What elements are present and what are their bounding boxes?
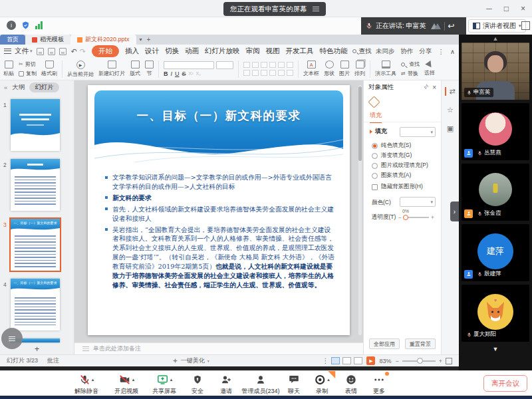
print-icon[interactable] <box>48 48 55 55</box>
leave-meeting-button[interactable]: 离开会议 <box>483 375 527 392</box>
share-screen-button[interactable]: ▴ 共享屏幕 <box>152 373 176 396</box>
watching-banner[interactable]: 您正在观看申富英的屏幕 <box>223 2 326 16</box>
participant-tile[interactable]: 丛慧燕 <box>462 103 529 160</box>
unmute-button[interactable]: ▴ 解除静音 <box>74 373 98 396</box>
meeting-info-icon[interactable]: i <box>7 21 16 30</box>
share-button[interactable]: 分享 <box>420 47 432 56</box>
slide-sorter-view-button[interactable] <box>342 357 351 364</box>
banner-menu-icon[interactable] <box>313 7 319 11</box>
superscript-button[interactable]: X² <box>189 71 194 76</box>
reading-view-button[interactable] <box>354 357 362 364</box>
resources-strip-icon[interactable]: ▣ <box>447 124 454 133</box>
participant-tile[interactable]: 申富英 <box>462 43 529 100</box>
slide-thumbnail-2[interactable] <box>11 159 60 211</box>
slides-tab[interactable]: 幻灯片 <box>29 82 59 92</box>
slide-thumbnail-1[interactable] <box>11 99 60 151</box>
reply-arrow-icon[interactable]: ↩ <box>448 21 455 31</box>
slide-thumbnail-3-selected[interactable]: 一、目标（一）新文科的要求 <box>11 219 60 271</box>
bold-button[interactable]: B <box>164 70 168 77</box>
ribbon-tab-insert[interactable]: 插入 <box>125 47 139 56</box>
fit-slide-button[interactable] <box>446 358 452 364</box>
tab-list-caret-icon[interactable]: ▾ <box>140 37 142 43</box>
format-painter-button[interactable]: 格式刷 <box>41 61 57 77</box>
scroll-down-icon[interactable]: ▼ <box>459 345 532 353</box>
ribbon-tab-developer[interactable]: 开发工具 <box>285 47 313 56</box>
new-tab-button[interactable]: + <box>147 36 151 43</box>
fill-option-picture[interactable]: 图片或纹理填充(P) <box>372 162 428 170</box>
cloud-sync-status[interactable]: 未同步 <box>376 47 395 56</box>
outline-tab[interactable]: 大纲 <box>12 83 25 92</box>
ribbon-tab-view[interactable]: 视图 <box>265 47 279 56</box>
ribbon-find[interactable]: 查找 <box>352 47 371 56</box>
chat-button[interactable]: 聊天 <box>288 373 300 396</box>
preview-icon[interactable] <box>59 48 66 55</box>
slide-thumbnail-4[interactable]: 一、目标（一）新文科的要求 <box>11 279 60 331</box>
more-menu-icon[interactable]: ⋮ <box>438 48 445 55</box>
slideshow-play-button[interactable]: ▶ <box>366 356 375 365</box>
underline-button[interactable]: U <box>175 70 180 77</box>
color-dropdown[interactable]: ▾ <box>400 197 436 207</box>
mic-options-caret[interactable]: ▴ <box>92 377 94 382</box>
current-slide[interactable]: 一、目标（一）新文科的要求 文学教学知识谱系的问题—>文学教学的目的或作用—>外… <box>88 85 350 335</box>
present-tools-button[interactable]: 演示工具 <box>375 61 396 77</box>
opacity-knob[interactable] <box>403 215 408 220</box>
reactions-button[interactable]: 表情 <box>345 373 357 396</box>
reset-background-button[interactable]: 重置背景 <box>405 338 436 349</box>
hide-background-checkbox[interactable]: 隐藏背景图形(H) <box>372 183 423 191</box>
maximize-button[interactable]: □ <box>504 4 509 13</box>
copy-button[interactable]: 复制 <box>19 70 37 77</box>
font-name-input[interactable] <box>164 61 214 69</box>
collab-button[interactable]: 协作 <box>401 47 414 56</box>
arrange-button[interactable]: 排列 <box>354 61 365 77</box>
participant-tile[interactable]: 张金霞 <box>462 164 529 221</box>
tab-docer[interactable]: 稻壳模板 <box>25 35 70 45</box>
fill-type-dropdown[interactable]: ▾ <box>400 127 436 137</box>
normal-view-button[interactable] <box>331 357 340 364</box>
paste-button[interactable]: 粘贴 <box>3 61 14 77</box>
zoom-knob[interactable] <box>417 358 423 364</box>
panel-expander-button[interactable]: › <box>450 201 459 221</box>
fill-option-gradient[interactable]: 渐变填充(G) <box>372 152 412 160</box>
security-button[interactable]: 安全 <box>192 373 203 396</box>
fill-option-pattern[interactable]: 图案填充(A) <box>372 172 411 180</box>
ribbon-tab-slideshow[interactable]: 幻灯片放映 <box>205 47 240 56</box>
new-slide-button[interactable]: 新建幻灯片 <box>98 61 125 77</box>
ribbon-tab-features[interactable]: 特色功能 <box>319 47 347 56</box>
ribbon-tab-transition[interactable]: 切换 <box>165 47 179 56</box>
more-button[interactable]: 更多 <box>373 373 385 396</box>
video-options-caret[interactable]: ▴ <box>132 377 135 382</box>
start-video-button[interactable]: ▴ 开启视频 <box>114 373 138 396</box>
section-button[interactable]: 节 <box>145 61 154 77</box>
scroll-up-icon[interactable]: ▲ <box>459 35 532 43</box>
ribbon-tab-review[interactable]: 审阅 <box>245 47 259 56</box>
find-button[interactable]: 查找 <box>401 61 420 68</box>
shape-button[interactable]: 形状 <box>324 61 334 77</box>
layout-button[interactable]: 版式 <box>130 61 140 77</box>
collapse-ribbon-icon[interactable]: ∧ <box>450 48 455 55</box>
zoom-slider[interactable] <box>402 360 436 362</box>
strike-button[interactable]: S <box>182 70 186 77</box>
undo-icon[interactable]: ↶ <box>71 47 77 56</box>
close-panel-icon[interactable]: × <box>432 84 436 91</box>
italic-button[interactable]: I <box>171 70 173 77</box>
beautify-button[interactable]: 一键美化 ▾ <box>172 356 209 365</box>
ribbon-tab-design[interactable]: 设计 <box>145 47 159 56</box>
save-icon[interactable] <box>37 48 44 55</box>
properties-strip-icon[interactable]: ⇄ <box>445 87 455 96</box>
record-button[interactable]: ▴ 录制 <box>314 373 330 396</box>
invite-button[interactable]: 邀请 <box>220 373 232 396</box>
apply-all-button[interactable]: 全部应用 <box>369 338 400 349</box>
minimize-button[interactable]: ─ <box>486 4 492 13</box>
comments-button[interactable]: 批注 <box>47 356 59 365</box>
pin-icon[interactable] <box>423 84 429 91</box>
fill-option-solid[interactable]: 纯色填充(S) <box>372 142 411 150</box>
notes-bar[interactable]: 单击此处添加备注 <box>74 342 363 354</box>
textbox-button[interactable]: A 文本框 <box>303 61 319 77</box>
status-menu-icon[interactable]: ⋮ <box>322 357 329 364</box>
subscript-button[interactable]: X₂ <box>196 71 201 76</box>
participant-tile[interactable]: 建萍 殷建萍 <box>462 224 529 281</box>
zoom-out-button[interactable]: − <box>395 358 398 364</box>
redo-icon[interactable]: ↷ <box>80 47 86 56</box>
presenter-view-button[interactable]: 演讲者视图 ▾ <box>468 19 526 33</box>
replace-button[interactable]: ⇄替换 <box>401 70 420 77</box>
